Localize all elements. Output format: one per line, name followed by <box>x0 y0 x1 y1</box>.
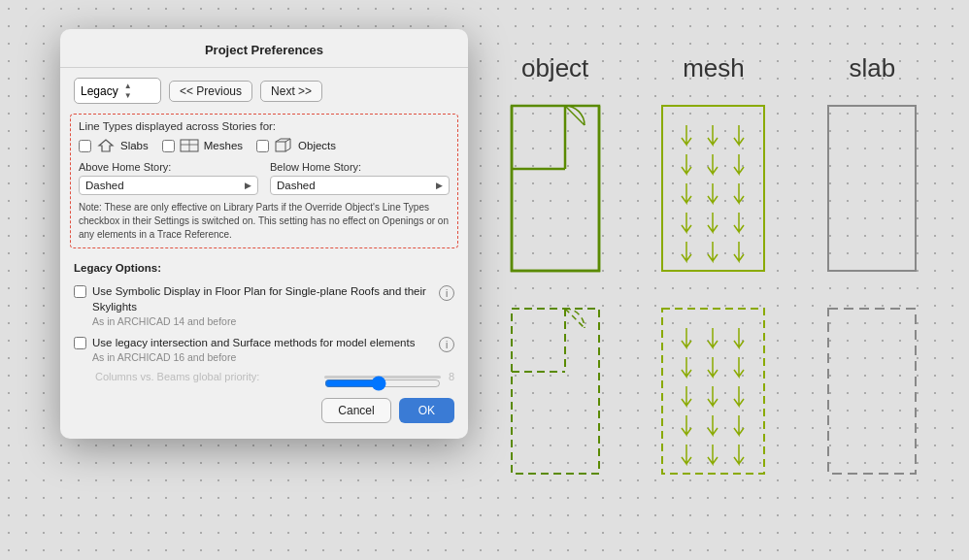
svg-line-9 <box>285 148 290 151</box>
meshes-checkbox[interactable] <box>162 140 175 152</box>
slab-solid-svg <box>823 101 920 276</box>
above-home-value: Dashed <box>85 180 124 191</box>
objects-label: Objects <box>298 140 336 151</box>
next-button[interactable]: Next >> <box>260 81 322 102</box>
mesh-solid-svg <box>657 101 769 276</box>
slabs-icon <box>95 138 117 153</box>
svg-rect-16 <box>512 309 599 474</box>
dialog-buttons: Cancel OK <box>60 386 468 423</box>
preview-area: object mesh slab <box>476 53 952 485</box>
cancel-button[interactable]: Cancel <box>321 398 390 423</box>
ok-button[interactable]: OK <box>399 398 454 423</box>
option1-info-icon[interactable]: i <box>439 285 454 301</box>
svg-rect-15 <box>828 106 916 271</box>
above-home-group: Above Home Story: Dashed ▶ <box>79 161 258 195</box>
preview-headers: object mesh slab <box>476 53 952 93</box>
title-text: Project Preferences <box>205 43 323 57</box>
meshes-checkbox-item[interactable]: Meshes <box>162 138 243 153</box>
option1-main-text: Use Symbolic Display in Floor Plan for S… <box>92 283 433 314</box>
option2-main-text: Use legacy intersection and Surface meth… <box>92 335 433 350</box>
slab-solid-cell <box>809 93 935 282</box>
svg-rect-21 <box>828 309 916 474</box>
object-dashed-svg <box>507 304 604 478</box>
top-preview-row <box>476 93 952 282</box>
mesh-solid-cell <box>651 93 777 282</box>
mesh-dashed-cell <box>651 296 777 485</box>
below-home-group: Below Home Story: Dashed ▶ <box>270 161 450 195</box>
slider-input[interactable] <box>324 376 441 391</box>
above-home-arrow-icon: ▶ <box>245 181 251 190</box>
checkboxes-row: Slabs Meshes <box>79 138 450 153</box>
legacy-options-label: Legacy Options: <box>60 256 468 280</box>
objects-checkbox[interactable] <box>256 140 269 152</box>
slab-dashed-cell <box>809 296 935 485</box>
object-solid-cell <box>492 93 618 282</box>
slider-row: Columns vs. Beams global priority: 8 <box>60 367 468 386</box>
option1-sub-text: As in ARCHICAD 14 and before <box>92 315 433 327</box>
object-solid-svg <box>507 101 604 276</box>
objects-icon <box>273 138 294 153</box>
meshes-label: Meshes <box>204 140 243 151</box>
svg-marker-0 <box>99 140 113 151</box>
bottom-preview-row <box>476 296 952 485</box>
slider-track[interactable] <box>324 376 441 379</box>
above-home-dropdown[interactable]: Dashed ▶ <box>79 176 258 195</box>
objects-checkbox-item[interactable]: Objects <box>256 138 336 153</box>
slider-label: Columns vs. Beams global priority: <box>95 371 317 382</box>
option1-text-group: Use Symbolic Display in Floor Plan for S… <box>92 283 433 327</box>
line-types-section: Line Types displayed across Stories for:… <box>70 114 458 248</box>
dialog-toolbar: Legacy ▲▼ << Previous Next >> <box>60 68 468 114</box>
line-types-label: Line Types displayed across Stories for: <box>79 120 450 132</box>
below-home-value: Dashed <box>277 180 316 191</box>
below-home-dropdown[interactable]: Dashed ▶ <box>270 176 450 195</box>
option2-row: Use legacy intersection and Surface meth… <box>60 331 468 367</box>
home-story-row: Above Home Story: Dashed ▶ Below Home St… <box>79 161 450 195</box>
dialog-title: Project Preferences <box>60 29 468 68</box>
legacy-dropdown[interactable]: Legacy ▲▼ <box>74 78 161 104</box>
slabs-label: Slabs <box>120 140 149 151</box>
option1-row: Use Symbolic Display in Floor Plan for S… <box>60 280 468 331</box>
slabs-checkbox-item[interactable]: Slabs <box>79 138 149 153</box>
option2-info-icon[interactable]: i <box>439 337 454 352</box>
mesh-dashed-svg <box>657 304 769 478</box>
slabs-checkbox[interactable] <box>79 140 91 152</box>
svg-rect-10 <box>512 106 599 271</box>
option2-checkbox[interactable] <box>74 337 86 349</box>
legacy-select-label: Legacy <box>81 84 118 98</box>
project-preferences-dialog: Project Preferences Legacy ▲▼ << Previou… <box>60 29 468 439</box>
option1-checkbox[interactable] <box>74 285 86 298</box>
above-home-label: Above Home Story: <box>79 161 258 173</box>
slider-value: 8 <box>449 371 454 382</box>
object-dashed-cell <box>492 296 618 485</box>
meshes-icon <box>179 138 200 153</box>
below-home-arrow-icon: ▶ <box>436 181 443 190</box>
col-label-mesh: mesh <box>646 53 782 83</box>
svg-rect-4 <box>276 142 285 151</box>
slab-dashed-svg <box>823 304 920 478</box>
option2-text-group: Use legacy intersection and Surface meth… <box>92 335 433 363</box>
below-home-label: Below Home Story: <box>270 161 450 173</box>
option2-sub-text: As in ARCHICAD 16 and before <box>92 351 433 363</box>
prev-button[interactable]: << Previous <box>169 81 252 102</box>
note-text: Note: These are only effective on Librar… <box>79 201 450 242</box>
col-label-slab: slab <box>804 53 940 83</box>
col-label-object: object <box>487 53 623 83</box>
select-arrows-icon: ▲▼ <box>124 82 132 100</box>
